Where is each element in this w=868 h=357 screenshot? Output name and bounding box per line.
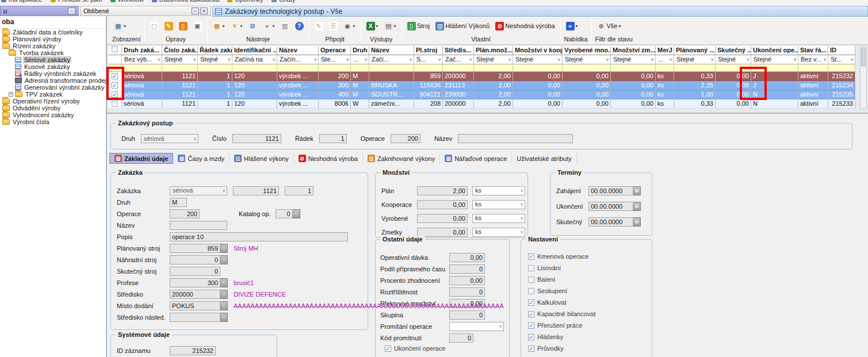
entry-cell[interactable] [798,64,828,72]
dropdown-field[interactable]: ∨ [449,322,504,331]
filter-cell[interactable]: Stejné∨ [162,55,198,64]
tab-neshodn-v-roba[interactable]: ⊘Neshodná výroba [294,153,363,164]
input-field[interactable]: 0,00 [417,200,468,209]
input-field[interactable]: 1121 [232,134,281,143]
input-field[interactable]: 2,00 [417,186,468,195]
pin-icon[interactable]: − [192,7,199,14]
filter-cell[interactable]: Ste...∨ [319,55,351,64]
input-field[interactable]: 200 [391,134,420,143]
column-header[interactable]: Řádek zaká... [198,46,232,55]
dropdown-field[interactable]: sériová∨ [141,134,198,143]
browse-button[interactable]: ≡ [220,313,228,322]
report-button[interactable]: ▥Hlášení Výkonů [434,21,491,32]
filter-cell[interactable]: Stejné∨ [474,55,513,64]
filter-cell[interactable] [108,55,122,64]
column-header[interactable]: ID [828,46,855,55]
close-icon[interactable]: × [200,7,208,14]
filter-cell[interactable]: Stejné∨ [611,55,656,64]
sidebar-item[interactable]: Tvorba zakázek [0,49,106,56]
entry-cell[interactable] [198,64,232,72]
filter-cell[interactable]: Začíná na∨ [232,55,277,64]
filter-cell[interactable]: Bez v...∨ [798,55,828,64]
input-field[interactable]: 0 [449,310,485,320]
sidebar-item[interactable]: Řádky výrobních zakázek [0,70,106,77]
row-checkbox[interactable] [112,101,118,107]
table-settings-button[interactable]: ▦▾ [211,21,227,32]
menu-item[interactable]: Datumová kalkulačka [152,0,220,3]
tab-hl-en-v-kony[interactable]: ▥Hlášené výkony [230,153,294,164]
date-field[interactable]: 00.00.0000 [588,202,633,211]
merge-button[interactable]: ⊞ [247,21,259,32]
filter-cell[interactable]: St...∨ [828,55,855,64]
column-header[interactable]: Název [277,46,319,55]
nonconformity-button[interactable]: ⊘Neshodná výroba [494,21,556,32]
entry-cell[interactable] [162,64,198,72]
checkbox[interactable]: ✓ [528,254,534,260]
input-field[interactable]: 200000 [170,290,220,299]
checkbox[interactable]: ✓ [528,323,534,329]
dropdown-field[interactable]: sériová∨ [170,186,227,195]
filter-cell[interactable]: Stejné∨ [716,55,751,64]
calendar-icon[interactable]: ▦ [633,186,641,195]
column-header[interactable]: Identifikační ... [232,46,277,55]
copy-button[interactable]: ▣ [192,21,204,32]
edit-button[interactable]: ✎ [163,21,175,32]
machine-book-button[interactable]: ▯Stroj [406,21,432,32]
checkbox[interactable]: ✓ [385,346,391,352]
sidebar-item[interactable]: Plánování výroby [0,36,106,43]
sidebar-item[interactable]: Sériové zakázky [0,56,106,63]
filter-cell[interactable]: S...∨ [414,55,443,64]
column-header[interactable]: Druh [351,46,369,55]
entry-cell[interactable] [611,64,656,72]
menu-item[interactable]: ma aplikace [1,0,43,3]
checkbox[interactable]: ✓ [528,300,534,306]
input-field[interactable]: 0,00 [417,214,468,223]
input-field[interactable] [170,313,220,322]
entry-cell[interactable] [369,64,414,72]
column-header[interactable]: Množství v koop... [513,46,563,55]
column-header[interactable]: Stav řá... [798,46,828,55]
favorites-panel-header[interactable]: Oblíbené − × [80,6,211,16]
dropdown-field[interactable]: ks∨ [472,228,525,237]
input-field[interactable]: 0 [449,264,485,274]
entry-cell[interactable] [319,64,351,72]
sidebar-item[interactable]: +TPV zakázek [0,91,106,98]
tab--asy-a-mzdy[interactable]: ▦Časy a mzdy [173,153,230,164]
input-field[interactable]: POKUS [170,301,220,310]
input-field[interactable]: 0 [276,209,293,218]
entry-cell[interactable] [674,64,716,72]
input-field[interactable]: 1 [285,186,313,195]
input-field[interactable]: 0 [170,267,220,276]
entry-cell[interactable] [277,64,319,72]
browse-button[interactable]: ≡ [220,244,228,253]
new-button[interactable]: ▢ [148,21,160,32]
filter-button[interactable]: ▼▾ [229,21,244,32]
checkbox[interactable] [528,265,534,271]
filter-cell[interactable]: Stejné∨ [751,55,798,64]
input-field[interactable]: 0,00 [449,276,485,285]
browse-button[interactable]: ≡ [293,209,300,218]
row-select-cell[interactable] [108,99,122,109]
scrollbar-thumb[interactable] [861,48,866,66]
checkbox[interactable]: ✓ [528,334,534,340]
sidebar-item[interactable]: Adresná transformace prodej [0,77,106,84]
column-header[interactable]: Druh zaká... [122,46,162,55]
media-button[interactable]: ◉▾ [342,21,357,32]
browse-button[interactable]: ≡ [220,278,228,287]
entry-cell[interactable] [351,64,369,72]
excel-button[interactable]: X▾ [365,21,380,32]
input-field[interactable]: 1121 [233,186,279,195]
column-header[interactable]: Pl.stroj [414,46,443,55]
input-field[interactable]: 859 [170,244,220,253]
menu-item[interactable]: Přihlásit se jako [51,0,102,3]
filter-cell[interactable]: Stejné∨ [563,55,611,64]
table-row[interactable]: sériová11211120výrobek ...8006Wzámečni..… [108,99,855,109]
column-header[interactable] [108,46,122,55]
menu-item[interactable]: Workflow [110,0,144,3]
display-button[interactable]: ▦▾ [112,21,128,32]
entry-cell[interactable] [513,64,563,72]
select-all-checkbox[interactable] [112,46,118,52]
input-field[interactable]: operace 10 [170,232,348,241]
input-field[interactable]: 1 [319,134,347,143]
input-field[interactable]: 200 [170,209,200,218]
